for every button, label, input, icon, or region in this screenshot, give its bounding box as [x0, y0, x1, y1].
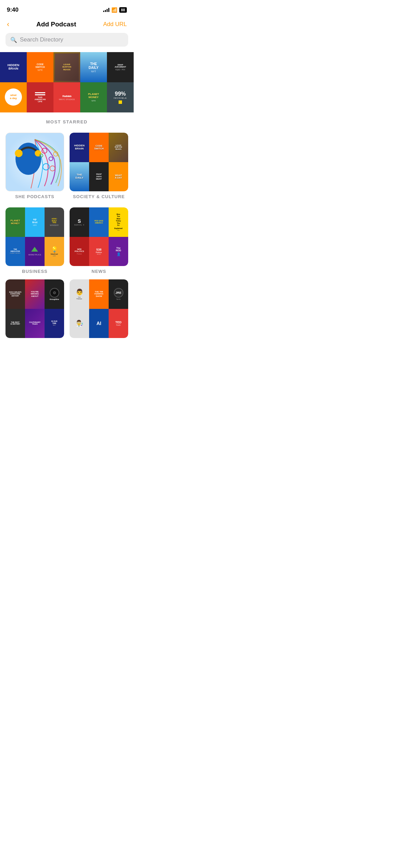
- category-history-partial[interactable]: DAN CARLIN'SHARDCOREHISTORY YOU'REWRONGA…: [5, 279, 64, 338]
- biz-how-i-built: HOW IBUILTTHIS WONDERY: [45, 207, 64, 237]
- svg-point-2: [15, 149, 23, 157]
- search-icon: 🔍: [10, 37, 17, 43]
- sc-what-a-day: whata day: [109, 162, 128, 192]
- news-explained: MonTueWedTodayThuFri Explained Vox: [109, 207, 128, 237]
- wifi-icon: 📶: [111, 7, 117, 13]
- society-culture-label: SOCIETY & CULTURE: [70, 194, 128, 199]
- news-label: NEWS: [70, 269, 128, 274]
- biz-planet-money: PLANETMONEY: [5, 207, 25, 237]
- back-button[interactable]: ‹: [7, 20, 9, 29]
- banner-the-daily[interactable]: TheDaily NYT: [80, 52, 107, 82]
- sc-levar: LEVARBURTONREADS: [109, 133, 128, 162]
- business-artwork: PLANETMONEY upfirst NPR HOW IBUILTTHIS: [5, 207, 64, 266]
- sc-daily: TheDaily: [70, 162, 89, 192]
- banner-radiolab[interactable]: Radiolab WNYC STUDIOS: [53, 82, 80, 112]
- signal-icon: [103, 8, 109, 12]
- biz-up-first: upfirst NPR: [25, 207, 45, 237]
- banner-this-american-life[interactable]: ThisAmericanLife: [27, 82, 53, 112]
- society-culture-artwork: HIDDENBR​AIN CODESWITCH LEVARBURTONREADS…: [70, 133, 128, 191]
- banner-levar-burton[interactable]: LEVARBURTONREADS: [53, 52, 80, 82]
- category-society-culture[interactable]: HIDDENBR​AIN CODESWITCH LEVARBURTONREADS…: [70, 133, 128, 199]
- news-serial: S SERIAL 4: [70, 207, 89, 237]
- she-podcasts-label: SHE PODCASTS: [5, 194, 64, 199]
- banner-snap-judgment[interactable]: SNAPJUDGMENT KQED · PRX: [107, 52, 134, 82]
- sc-hidden-brain: HIDDENBR​AIN: [70, 133, 89, 162]
- category-grid-row2: PLANETMONEY upfirst NPR HOW IBUILTTHIS: [0, 207, 134, 274]
- most-starred-label: MOST STARRED: [0, 112, 134, 133]
- search-input[interactable]: Search Directory: [20, 36, 63, 43]
- hist-in-our-time: IN OURTIME BBC: [45, 309, 64, 338]
- biz-indicator: THEINDICATOR PLANET MONEY: [5, 237, 25, 266]
- hist-hardcore-history: DAN CARLIN'SHARDCOREHISTORY: [5, 279, 25, 309]
- biz-ideacast: 💡 IdeaCast HBR: [45, 237, 64, 266]
- news-npr-politics: NPRPOLITICS Podcast: [70, 237, 89, 266]
- sc-snap: SNAPJUDGMENT: [89, 162, 109, 192]
- hist-rest-is-history: THE RESTIS HISTORY: [5, 309, 25, 338]
- banner-hidden-brain[interactable]: HIDDENBR​AIN: [0, 52, 27, 82]
- status-time: 9:40: [7, 7, 19, 13]
- battery-indicator: 88: [119, 7, 127, 13]
- svg-point-3: [35, 150, 41, 157]
- search-bar[interactable]: 🔍 Search Directory: [5, 33, 128, 47]
- news-538-politics: 538 Politics NEWS: [89, 237, 109, 266]
- banner-planet-money[interactable]: PLANETMONEY NPR: [80, 82, 107, 112]
- category-she-podcasts[interactable]: SHE PODCASTS: [5, 133, 64, 199]
- banner-99-invisible[interactable]: 99% INVISIBLE: [107, 82, 134, 112]
- nav-bar: ‹ Add Podcast Add URL: [0, 17, 134, 33]
- most-starred-banner: HIDDENBR​AIN CODESWITCH NPR LEVARBURTONR…: [0, 52, 134, 112]
- business-label: BUSINESS: [5, 269, 64, 274]
- category-science-partial[interactable]: 👨 LexFridman THE TIMFERRISSSHOW: [70, 279, 128, 338]
- category-news[interactable]: S SERIAL 4 POD SAVEAMERICA: [70, 207, 128, 274]
- svg-marker-10: [31, 247, 38, 252]
- hist-youre-wrong-about: YOU'REWRONGABOUT: [25, 279, 45, 309]
- sci-ai: AI: [89, 309, 109, 338]
- news-artwork: S SERIAL 4 POD SAVEAMERICA: [70, 207, 128, 266]
- science-artwork: 👨 LexFridman THE TIMFERRISSSHOW: [70, 279, 128, 338]
- hist-throughline: throughline: [45, 279, 64, 309]
- biz-marketplace: MARKETPLACE: [25, 237, 45, 266]
- sc-code-switch: CODESWITCH: [89, 133, 109, 162]
- status-bar: 9:40 📶 88: [0, 0, 134, 17]
- status-icons: 📶 88: [103, 7, 127, 13]
- sci-joe-rogan: JRE Spotify: [109, 279, 128, 309]
- category-grid-row1: SHE PODCASTS HIDDENBR​AIN CODESWITCH LEV…: [0, 133, 134, 199]
- sci-huberman-lab: 👨‍🔬: [70, 309, 89, 338]
- sci-huberman: 👨 LexFridman: [70, 279, 89, 309]
- add-url-button[interactable]: Add URL: [103, 21, 127, 28]
- news-the-nod: TheNOD 👤: [109, 237, 128, 266]
- sci-ted-radio: TED Radio: [109, 309, 128, 338]
- page-title: Add Podcast: [36, 21, 76, 28]
- search-container: 🔍 Search Directory: [0, 33, 134, 52]
- she-podcasts-artwork: [5, 133, 64, 191]
- banner-what-a-day[interactable]: whata day: [0, 82, 27, 112]
- banner-code-switch[interactable]: CODESWITCH NPR: [27, 52, 53, 82]
- history-artwork: DAN CARLIN'SHARDCOREHISTORY YOU'REWRONGA…: [5, 279, 64, 338]
- bottom-partial-row: DAN CARLIN'SHARDCOREHISTORY YOU'REWRONGA…: [0, 274, 134, 338]
- hist-cautionary-tales: CAUTIONARYTALES: [25, 309, 45, 338]
- category-business[interactable]: PLANETMONEY upfirst NPR HOW IBUILTTHIS: [5, 207, 64, 274]
- news-pod-save-america: POD SAVEAMERICA: [89, 207, 109, 237]
- sci-tim-ferriss: THE TIMFERRISSSHOW: [89, 279, 109, 309]
